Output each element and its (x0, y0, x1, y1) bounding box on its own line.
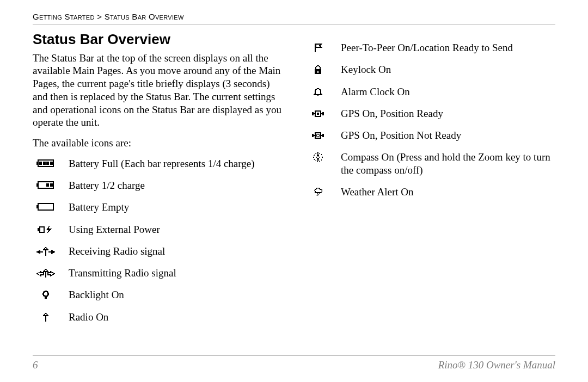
icon-label: Keylock On (341, 63, 555, 76)
icon-row: Receiving Radio signal (33, 245, 283, 258)
page-title: Status Bar Overview (33, 30, 283, 48)
icon-row: Compass On (Press and hold the Zoom key … (305, 151, 555, 177)
icon-list-right: Peer-To-Peer On/Location Ready to Send K… (305, 41, 555, 199)
icon-row: GPS On, Position Ready (305, 107, 555, 120)
battery-empty-icon (33, 202, 59, 213)
icon-label: Alarm Clock On (341, 85, 555, 98)
icon-list-left: Battery Full (Each bar represents 1/4 ch… (33, 157, 283, 324)
icon-label: Using External Power (69, 223, 283, 236)
icon-label: Weather Alert On (341, 186, 555, 199)
weather-icon (305, 187, 331, 198)
icon-row: Alarm Clock On (305, 85, 555, 98)
icon-row: Peer-To-Peer On/Location Ready to Send (305, 41, 555, 54)
intro-paragraph: The Status Bar at the top of the screen … (33, 52, 283, 130)
icon-label: Backlight On (69, 288, 283, 301)
icon-label: Battery Full (Each bar represents 1/4 ch… (69, 157, 283, 170)
icon-label: Radio On (69, 311, 283, 324)
content-columns: Status Bar Overview The Status Bar at th… (33, 29, 555, 332)
icon-label: Transmitting Radio signal (69, 267, 283, 280)
radio-receive-icon (33, 246, 59, 257)
breadcrumb-page: Status Bar Overview (105, 12, 184, 21)
manual-page: Getting Started > Status Bar Overview St… (0, 0, 588, 382)
page-number: 6 (33, 359, 38, 371)
icon-row: Keylock On (305, 63, 555, 76)
breadcrumb-sep: > (97, 12, 102, 21)
icon-row: GPS On, Position Not Ready (305, 129, 555, 142)
keylock-icon (305, 64, 331, 75)
right-column: Peer-To-Peer On/Location Ready to Send K… (305, 29, 555, 332)
icon-row: Backlight On (33, 288, 283, 301)
radio-on-icon (33, 312, 59, 323)
breadcrumb: Getting Started > Status Bar Overview (33, 12, 555, 25)
icon-row: Battery Empty (33, 201, 283, 214)
backlight-icon (33, 289, 59, 300)
icon-row: Battery Full (Each bar represents 1/4 ch… (33, 157, 283, 170)
icon-row: Radio On (33, 311, 283, 324)
icon-label: GPS On, Position Not Ready (341, 129, 555, 142)
lead-line: The available icons are: (33, 137, 283, 150)
icon-label: GPS On, Position Ready (341, 107, 555, 120)
icon-label: Battery 1/2 charge (69, 179, 283, 192)
battery-full-icon (33, 158, 59, 169)
icon-row: Transmitting Radio signal (33, 267, 283, 280)
icon-label: Compass On (Press and hold the Zoom key … (341, 151, 555, 177)
icon-label: Receiving Radio signal (69, 245, 283, 258)
gps-ready-icon (305, 108, 331, 119)
alarm-icon (305, 87, 331, 97)
compass-icon (305, 152, 331, 163)
battery-half-icon (33, 180, 59, 191)
flag-icon (305, 42, 331, 53)
gps-notready-icon (305, 130, 331, 141)
icon-row: Weather Alert On (305, 186, 555, 199)
icon-label: Battery Empty (69, 201, 283, 214)
breadcrumb-section: Getting Started (33, 12, 95, 21)
left-column: Status Bar Overview The Status Bar at th… (33, 29, 283, 332)
icon-label: Peer-To-Peer On/Location Ready to Send (341, 41, 555, 54)
external-power-icon (33, 224, 59, 235)
icon-row: Battery 1/2 charge (33, 179, 283, 192)
radio-transmit-icon (33, 268, 59, 279)
book-title: Rino® 130 Owner's Manual (438, 359, 555, 371)
icon-row: Using External Power (33, 223, 283, 236)
page-footer: 6 Rino® 130 Owner's Manual (33, 355, 555, 371)
